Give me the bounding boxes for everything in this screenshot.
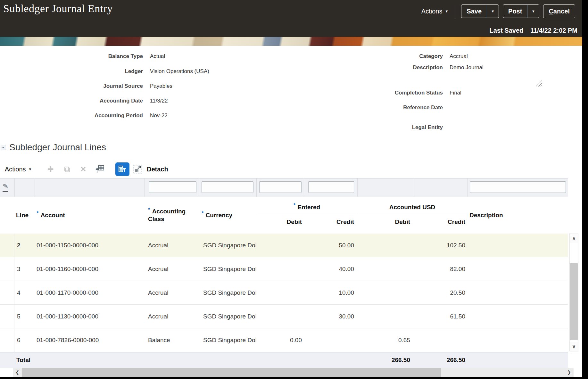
vertical-scrollbar-thumb[interactable] <box>570 263 578 340</box>
scroll-down-button[interactable]: ∨ <box>570 342 578 351</box>
total-accounted-debit: 266.50 <box>357 352 413 368</box>
add-row-button[interactable]: ✚ <box>47 162 54 177</box>
save-label[interactable]: Save <box>461 5 487 18</box>
decorative-banner <box>0 37 582 46</box>
cell-entered-debit <box>256 281 304 304</box>
detach-label[interactable]: Detach <box>147 162 168 177</box>
balance-type-label: Balance Type <box>0 53 143 60</box>
last-saved-status: Last Saved 11/4/22 2:02 PM <box>490 27 577 34</box>
table-filter-row: ✎ <box>0 178 568 197</box>
duplicate-icon: ⧉ <box>64 165 70 173</box>
col-header-accounting-class: *Accounting Class <box>144 197 202 234</box>
cell-line: 3 <box>14 257 35 281</box>
row-header-cell <box>0 305 14 328</box>
filter-cell <box>14 178 35 197</box>
accounting-date-label: Accounting Date <box>0 98 143 104</box>
row-header-cell <box>0 281 14 304</box>
group-underline <box>257 215 357 215</box>
scroll-down-icon: ∨ <box>572 344 576 350</box>
balance-type-value: Actual <box>150 53 165 60</box>
table-row[interactable]: 4 01-000-1170-0000-000 Accrual SGD Singa… <box>0 281 568 305</box>
total-accounted-credit: 266.50 <box>413 352 467 368</box>
check-icon: ✔ <box>2 146 4 149</box>
lines-actions-menu[interactable]: Actions ▼ <box>5 162 32 177</box>
header-actions-menu[interactable]: Actions ▼ <box>421 8 448 15</box>
chevron-down-icon: ▼ <box>491 10 495 13</box>
col-group-entered: * Entered <box>256 204 357 211</box>
required-asterisk: * <box>37 210 39 217</box>
table-row[interactable]: 5 01-000-1130-0000-000 Accrual SGD Singa… <box>0 305 568 328</box>
cell-entered-debit <box>256 305 304 328</box>
filter-input-description[interactable] <box>470 181 566 193</box>
detach-button[interactable] <box>133 162 142 177</box>
scroll-up-button[interactable]: ∧ <box>570 234 578 243</box>
horizontal-scrollbar[interactable]: ❮ ❯ <box>13 368 574 377</box>
total-label: Total <box>14 352 79 368</box>
post-label[interactable]: Post <box>503 5 527 18</box>
delete-icon: ✕ <box>80 166 86 173</box>
table-total-row: Total 266.50 266.50 <box>0 352 568 368</box>
post-button[interactable]: Post ▼ <box>503 4 539 18</box>
cell-accounted-credit: 82.00 <box>413 257 467 281</box>
cell-entered-credit: 10.00 <box>304 281 357 304</box>
filter-input-currency[interactable] <box>202 181 253 193</box>
cell-accounted-debit <box>357 234 413 257</box>
header-button-bar: Actions ▼ Save ▼ Post ▼ Cancel <box>421 4 575 18</box>
page-title: Subledger Journal Entry <box>3 3 113 15</box>
journal-source-label: Journal Source <box>0 83 143 89</box>
lines-section-title: Subledger Journal Lines <box>9 142 106 152</box>
cell-accounted-debit <box>357 257 413 281</box>
category-label: Category <box>320 53 443 60</box>
ledger-label: Ledger <box>0 68 143 75</box>
edit-pencil-icon: ✎ <box>2 182 9 190</box>
vertical-scrollbar[interactable]: ∧ ∨ <box>569 234 578 351</box>
duplicate-row-button[interactable]: ⧉ <box>64 162 70 177</box>
scroll-right-button[interactable]: ❯ <box>565 368 574 377</box>
resize-handle[interactable] <box>534 78 542 87</box>
filter-cell <box>413 178 468 197</box>
go-to-top-button[interactable] <box>95 162 105 177</box>
delete-row-button[interactable]: ✕ <box>80 162 86 177</box>
filter-cell <box>256 178 304 197</box>
table-row[interactable]: 3 01-000-1160-0000-000 Accrual SGD Singa… <box>0 257 568 281</box>
table-row[interactable]: 6 01-000-7826-0000-000 Balance SGD Singa… <box>0 328 568 352</box>
cancel-button[interactable]: Cancel <box>543 4 575 18</box>
chevron-down-icon: ▼ <box>532 10 535 13</box>
save-button[interactable]: Save ▼ <box>461 4 499 18</box>
horizontal-scrollbar-thumb[interactable] <box>22 368 441 377</box>
table-arrow-icon <box>95 164 105 174</box>
accounting-period-value: Nov-22 <box>150 112 168 119</box>
cell-accounted-debit: 0.65 <box>357 328 413 352</box>
last-saved-value: 11/4/22 2:02 PM <box>530 27 577 34</box>
description-value: Demo Journal <box>450 64 484 71</box>
cell-description <box>467 257 568 281</box>
filter-row-header-cell: ✎ <box>0 178 15 197</box>
post-dropdown-button[interactable]: ▼ <box>527 5 539 18</box>
cell-account: 01-000-1130-0000-000 <box>35 305 144 328</box>
table-row[interactable]: 2 01-000-1150-0000-000 Accrual SGD Singa… <box>0 234 568 257</box>
row-header-cell <box>0 328 14 352</box>
table-edge <box>568 178 568 368</box>
query-by-example-button[interactable] <box>115 162 129 176</box>
col-header-line: Line <box>14 197 36 234</box>
detach-icon <box>133 165 142 174</box>
col-header-currency: * Currency <box>198 197 260 234</box>
required-asterisk: * <box>202 210 204 217</box>
row-header-cell <box>0 257 14 281</box>
save-dropdown-button[interactable]: ▼ <box>487 5 499 18</box>
scroll-left-button[interactable]: ❮ <box>13 368 22 377</box>
cell-entered-credit: 50.00 <box>304 234 357 257</box>
cell-currency: SGD Singapore Dollar <box>198 328 256 352</box>
filter-cell <box>198 178 257 197</box>
edit-pencil-underline <box>3 191 8 192</box>
cell-currency: SGD Singapore Dollar <box>198 257 256 281</box>
section-expander-checkbox[interactable]: ✔ <box>1 145 6 150</box>
col-header-accounted-debit: Debit <box>357 218 413 226</box>
filter-input-accounting-class[interactable] <box>149 181 196 193</box>
cell-entered-debit: 0.00 <box>256 328 304 352</box>
filter-input-entered-credit[interactable] <box>308 181 354 193</box>
cell-accounted-debit <box>357 305 413 328</box>
filter-input-entered-debit[interactable] <box>259 181 302 193</box>
description-label: Description <box>320 64 443 71</box>
cell-accounting-class: Accrual <box>144 234 198 257</box>
